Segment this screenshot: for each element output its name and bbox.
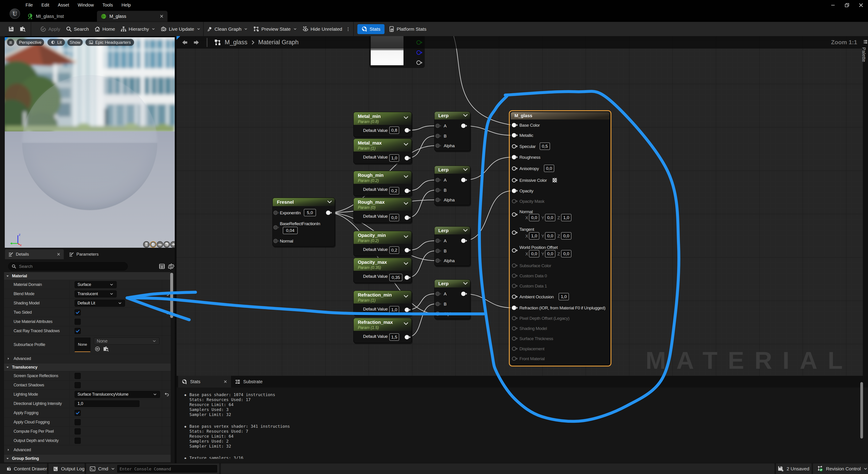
graph-node-fresnel[interactable]: FresnelExponentIn5,0BaseReflectFractionI… bbox=[272, 198, 336, 248]
graph-node-lerp-1[interactable]: LerpABAlpha bbox=[434, 166, 471, 206]
unsaved-indicator[interactable]: 2 Unsaved bbox=[776, 463, 811, 474]
toolbar-stats-button[interactable]: Stats bbox=[358, 24, 384, 34]
output-log-button[interactable]: Output Log bbox=[49, 463, 85, 474]
toolbar-clean-graph-button[interactable]: Clean Graph bbox=[204, 26, 250, 32]
subsurface-profile-select[interactable]: None bbox=[94, 337, 159, 345]
viewport-menu-button[interactable] bbox=[7, 39, 14, 46]
checkbox-apply-fogging[interactable] bbox=[74, 410, 81, 416]
graph-node-Metal_max[interactable]: Metal_maxParam (1)Default Value1,0 bbox=[353, 138, 412, 165]
checkbox-contact-shadows[interactable] bbox=[74, 382, 81, 388]
preview-shape-cube-button[interactable] bbox=[163, 241, 170, 248]
viewport-lit-button[interactable]: Lit bbox=[48, 39, 65, 46]
combo-shading-model[interactable]: Default Lit bbox=[74, 300, 125, 307]
tab-close-icon[interactable] bbox=[159, 14, 164, 19]
toolbar-home-button[interactable]: Home bbox=[92, 26, 118, 32]
material-graph-canvas[interactable]: MATERIALMetal_minParam (0.8)Default Valu… bbox=[177, 36, 868, 376]
viewport-perspective-button[interactable]: Perspective bbox=[17, 39, 44, 46]
display-filter-icon[interactable] bbox=[159, 263, 165, 270]
details-tab-close-icon[interactable] bbox=[57, 252, 61, 256]
row-expand-arrow-icon[interactable] bbox=[7, 448, 10, 451]
doc-tab-MI_glass_Inst[interactable]: MI_glass_Inst bbox=[24, 11, 91, 22]
details-search-input[interactable]: Search bbox=[8, 262, 128, 271]
combo-lighting-mode[interactable]: Surface TranslucencyVolume bbox=[74, 391, 160, 398]
graph-forward-button[interactable] bbox=[193, 39, 200, 46]
stats-tab-Stats[interactable]: Stats bbox=[178, 376, 231, 387]
palette-side-tab[interactable]: Palette bbox=[863, 36, 868, 376]
use-selected-asset-icon[interactable] bbox=[94, 346, 100, 352]
checkbox-use-material-attributes[interactable] bbox=[74, 318, 81, 325]
panel-splitter[interactable] bbox=[175, 36, 177, 463]
preview-shape-sphere-button[interactable] bbox=[150, 241, 156, 248]
preview-shape-teapot-button[interactable] bbox=[170, 241, 175, 248]
menu-help[interactable]: Help bbox=[117, 1, 135, 9]
graph-node-Opacity_max[interactable]: Opacity_maxParam (0.35)Default Value0,35 bbox=[353, 258, 412, 284]
graph-back-button[interactable] bbox=[181, 39, 188, 46]
menu-edit[interactable]: Edit bbox=[37, 1, 53, 9]
hide-unrelated-options-icon[interactable] bbox=[346, 27, 350, 32]
graph-node-Refraction_min[interactable]: Refraction_minParam (1)Default Value1,0 bbox=[353, 291, 412, 317]
preview-viewport[interactable]: PerspectiveLitShowEpic Headquarterszx bbox=[5, 37, 175, 248]
reset-to-default-icon[interactable] bbox=[164, 291, 169, 297]
section-header-Translucency[interactable]: Translucency bbox=[4, 363, 170, 371]
graph-node-Rough_max[interactable]: Rough_maxParam (0)Default Value0,0 bbox=[353, 198, 412, 224]
stats-tab-close-icon[interactable] bbox=[223, 380, 227, 384]
toolbar-platform-stats-button[interactable]: Platform Stats bbox=[386, 26, 429, 32]
menu-window[interactable]: Window bbox=[73, 1, 98, 9]
toolbar-save-button[interactable] bbox=[4, 26, 17, 32]
toolbar-search-button[interactable]: Search bbox=[63, 26, 92, 32]
menu-asset[interactable]: Asset bbox=[54, 1, 73, 9]
checkbox-cast-ray-traced-shadows[interactable] bbox=[74, 328, 81, 334]
breadcrumb-asset[interactable]: M_glass bbox=[225, 39, 248, 46]
section-header-Group Sorting[interactable]: Group Sorting bbox=[4, 454, 170, 463]
unreal-logo-icon[interactable]: U bbox=[9, 8, 20, 19]
revision-control-button[interactable]: Revision Control bbox=[813, 463, 868, 474]
viewport-preview-scene-button[interactable]: Epic Headquarters bbox=[86, 39, 134, 46]
graph-node-Opacity_min[interactable]: Opacity_minParam (0.2)Default Value0,2 bbox=[353, 231, 412, 257]
toolbar-browse-button[interactable] bbox=[17, 26, 31, 32]
checkbox-output-depth-and-velocity[interactable] bbox=[74, 438, 81, 444]
toolbar-preview-state-button[interactable]: Preview State bbox=[250, 26, 300, 32]
menu-file[interactable]: File bbox=[21, 1, 37, 9]
viewport-show-button[interactable]: Show bbox=[67, 39, 83, 46]
doc-tab-M_glass[interactable]: M_glass bbox=[97, 11, 167, 22]
combo-blend-mode[interactable]: Translucent bbox=[74, 291, 117, 297]
graph-node-m-glass-result[interactable]: M_glassBase ColorMetallicSpecular0,5Roug… bbox=[509, 111, 611, 366]
graph-node-Refraction_max[interactable]: Refraction_maxParam (1.5)Default Value1,… bbox=[353, 318, 412, 344]
console-command-input[interactable]: Enter Console Command bbox=[117, 465, 218, 473]
details-tab-Parameters[interactable]: Parameters bbox=[66, 249, 114, 259]
toolbar-apply-button[interactable]: Apply bbox=[37, 26, 63, 32]
preview-shape-plane-button[interactable] bbox=[157, 241, 163, 248]
toolbar-hierarchy-button[interactable]: Hierarchy bbox=[118, 26, 158, 32]
stats-tab-Substrate[interactable]: Substrate bbox=[231, 376, 270, 387]
details-tab-Details[interactable]: Details bbox=[5, 249, 64, 259]
section-header-Material[interactable]: Material bbox=[4, 272, 170, 280]
close-button[interactable] bbox=[854, 0, 868, 10]
minimize-button[interactable] bbox=[826, 0, 840, 10]
cmd-dropdown[interactable]: Cmd bbox=[86, 463, 115, 474]
checkbox-apply-cloud-fogging[interactable] bbox=[74, 419, 81, 425]
toolbar-hide-unrelated-button[interactable]: Hide Unrelated bbox=[300, 26, 353, 32]
graph-node-lerp-3[interactable]: LerpABAlpha bbox=[434, 279, 471, 320]
content-drawer-button[interactable]: Content Drawer bbox=[5, 463, 47, 474]
menu-tools[interactable]: Tools bbox=[98, 1, 117, 9]
browse-to-asset-icon[interactable] bbox=[103, 346, 109, 352]
stats-scrollbar[interactable] bbox=[860, 382, 863, 439]
checkbox-screen-space-reflections[interactable] bbox=[74, 373, 81, 379]
material-graph-panel[interactable]: MATERIALMetal_minParam (0.8)Default Valu… bbox=[177, 36, 868, 376]
toolbar-live-update-button[interactable]: Live Update bbox=[158, 26, 203, 32]
preview-shape-cylinder-button[interactable] bbox=[143, 241, 150, 248]
details-settings-gear-icon[interactable] bbox=[168, 263, 174, 270]
reset-to-default-icon[interactable] bbox=[164, 310, 169, 315]
subsurface-profile-thumbnail[interactable]: None bbox=[74, 338, 90, 352]
graph-node-Metal_min[interactable]: Metal_minParam (0.8)Default Value0,8 bbox=[353, 112, 412, 138]
restore-button[interactable] bbox=[840, 0, 854, 10]
graph-node-lerp-0[interactable]: LerpABAlpha bbox=[434, 111, 471, 152]
reset-to-default-icon[interactable] bbox=[164, 392, 169, 397]
row-expand-arrow-icon[interactable] bbox=[7, 357, 10, 360]
graph-node-lerp-2[interactable]: LerpABAlpha bbox=[434, 226, 471, 267]
graph-node-Rough_min[interactable]: Rough_minParam (0.2)Default Value0,2 bbox=[353, 171, 412, 197]
details-scrollbar[interactable] bbox=[170, 273, 173, 318]
checkbox-two-sided[interactable] bbox=[74, 309, 81, 315]
checkbox-compute-fog-per-pixel[interactable] bbox=[74, 428, 81, 435]
input-directional-lighting-intensity[interactable]: 1,0 bbox=[74, 400, 140, 407]
